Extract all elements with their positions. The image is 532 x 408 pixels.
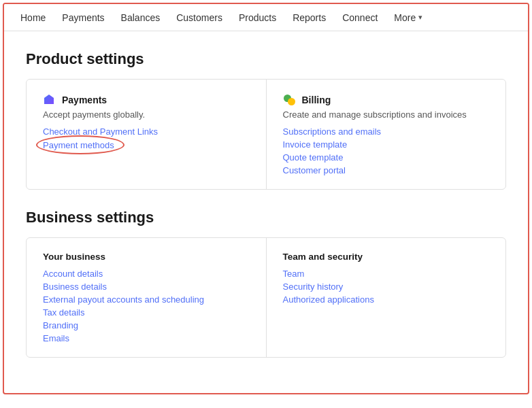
business-details-link[interactable]: Business details <box>43 282 250 292</box>
product-settings-card: Payments Accept payments globally. Check… <box>26 79 506 190</box>
billing-panel-header: Billing <box>283 93 490 107</box>
payments-panel-description: Accept payments globally. <box>43 109 250 120</box>
team-security-panel: Team and security Team Security history … <box>267 238 506 357</box>
payments-panel: Payments Accept payments globally. Check… <box>27 80 267 189</box>
quote-template-link[interactable]: Quote template <box>283 152 490 163</box>
product-settings-title: Product settings <box>26 50 506 68</box>
payment-methods-link[interactable]: Payment methods <box>43 140 114 150</box>
payments-panel-header: Payments <box>43 93 250 107</box>
nav-bar: Home Payments Balances Customers Product… <box>4 4 528 31</box>
nav-item-more[interactable]: More ▾ <box>386 7 431 29</box>
nav-item-customers[interactable]: Customers <box>168 7 231 29</box>
your-business-panel: Your business Account details Business d… <box>27 238 267 357</box>
nav-item-balances[interactable]: Balances <box>113 7 169 29</box>
branding-link[interactable]: Branding <box>43 320 250 330</box>
your-business-header: Your business <box>43 252 250 262</box>
authorized-applications-link[interactable]: Authorized applications <box>283 294 490 305</box>
nav-item-home[interactable]: Home <box>12 7 54 29</box>
invoice-template-link[interactable]: Invoice template <box>283 139 490 150</box>
nav-item-connect[interactable]: Connect <box>334 7 386 29</box>
billing-panel-links: Subscriptions and emails Invoice templat… <box>283 126 490 175</box>
billing-panel: Billing Create and manage subscriptions … <box>267 80 506 189</box>
nav-item-payments[interactable]: Payments <box>54 7 112 29</box>
payments-icon <box>43 93 56 107</box>
team-security-header: Team and security <box>283 252 490 262</box>
main-content: Product settings Payments Accept payment… <box>4 31 528 393</box>
payments-panel-links: Checkout and Payment Links Payment metho… <box>43 126 250 150</box>
security-history-link[interactable]: Security history <box>283 282 490 292</box>
external-payout-link[interactable]: External payout accounts and scheduling <box>43 294 250 305</box>
billing-icon-yellow-dot <box>288 98 295 105</box>
account-details-link[interactable]: Account details <box>43 269 250 279</box>
emails-link[interactable]: Emails <box>43 333 250 343</box>
billing-panel-description: Create and manage subscriptions and invo… <box>283 109 490 120</box>
payments-panel-title: Payments <box>62 95 107 105</box>
main-container: Home Payments Balances Customers Product… <box>3 3 529 394</box>
payment-methods-wrapper: Payment methods <box>43 139 250 150</box>
team-link[interactable]: Team <box>283 269 490 279</box>
team-security-links: Team Security history Authorized applica… <box>283 269 490 305</box>
nav-item-reports[interactable]: Reports <box>284 7 334 29</box>
billing-icon <box>283 93 297 107</box>
customer-portal-link[interactable]: Customer portal <box>283 165 490 175</box>
business-settings-card: Your business Account details Business d… <box>26 237 506 358</box>
subscriptions-emails-link[interactable]: Subscriptions and emails <box>283 126 490 137</box>
your-business-links: Account details Business details Externa… <box>43 269 250 343</box>
chevron-down-icon: ▾ <box>418 13 422 22</box>
billing-panel-title: Billing <box>302 95 331 105</box>
checkout-payment-links-link[interactable]: Checkout and Payment Links <box>43 126 250 137</box>
tax-details-link[interactable]: Tax details <box>43 307 250 318</box>
nav-item-products[interactable]: Products <box>231 7 284 29</box>
business-settings-title: Business settings <box>26 209 506 226</box>
